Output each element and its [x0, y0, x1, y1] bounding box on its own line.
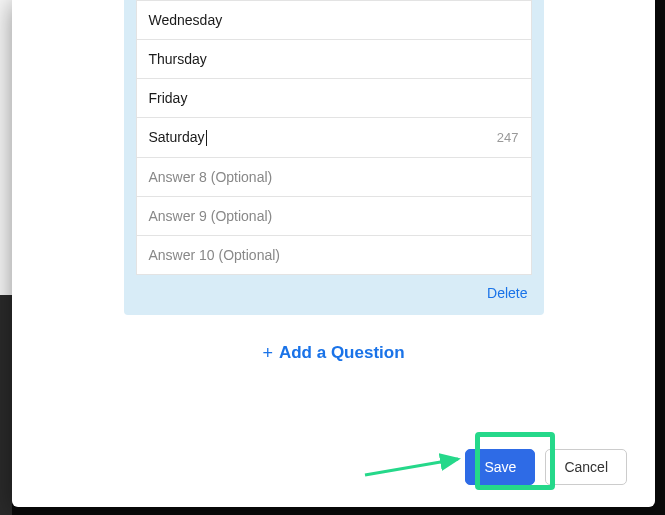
save-button[interactable]: Save: [465, 449, 535, 485]
answer-input-row[interactable]: Thursday: [136, 40, 532, 79]
answer-text: Thursday: [149, 51, 519, 67]
answer-input-row[interactable]: Answer 8 (Optional): [136, 158, 532, 197]
answer-placeholder: Answer 9 (Optional): [149, 208, 519, 224]
answer-input-row[interactable]: Friday: [136, 79, 532, 118]
answer-text: Saturday: [149, 129, 497, 146]
add-question-button[interactable]: + Add a Question: [262, 343, 404, 363]
add-question-row: + Add a Question: [12, 315, 655, 393]
answer-placeholder: Answer 8 (Optional): [149, 169, 519, 185]
answer-input-row[interactable]: Saturday 247: [136, 118, 532, 158]
answer-input-row[interactable]: Answer 9 (Optional): [136, 197, 532, 236]
answer-text: Friday: [149, 90, 519, 106]
answer-input-row[interactable]: Wednesday: [136, 0, 532, 40]
answer-text: Wednesday: [149, 12, 519, 28]
cancel-button[interactable]: Cancel: [545, 449, 627, 485]
text-cursor: [206, 130, 207, 146]
plus-icon: +: [262, 344, 273, 362]
modal-dialog: Wednesday Thursday Friday Saturday 247 A…: [12, 0, 655, 507]
modal-footer: Save Cancel: [12, 431, 655, 507]
delete-link-row: Delete: [136, 275, 532, 303]
background-bottom: [0, 295, 12, 515]
answer-placeholder: Answer 10 (Optional): [149, 247, 519, 263]
question-answers-block: Wednesday Thursday Friday Saturday 247 A…: [124, 0, 544, 315]
char-count: 247: [497, 130, 519, 145]
add-question-label: Add a Question: [279, 343, 405, 363]
modal-content: Wednesday Thursday Friday Saturday 247 A…: [12, 0, 655, 431]
delete-question-link[interactable]: Delete: [487, 285, 527, 301]
background-left: [0, 0, 12, 295]
answer-input-row[interactable]: Answer 10 (Optional): [136, 236, 532, 275]
